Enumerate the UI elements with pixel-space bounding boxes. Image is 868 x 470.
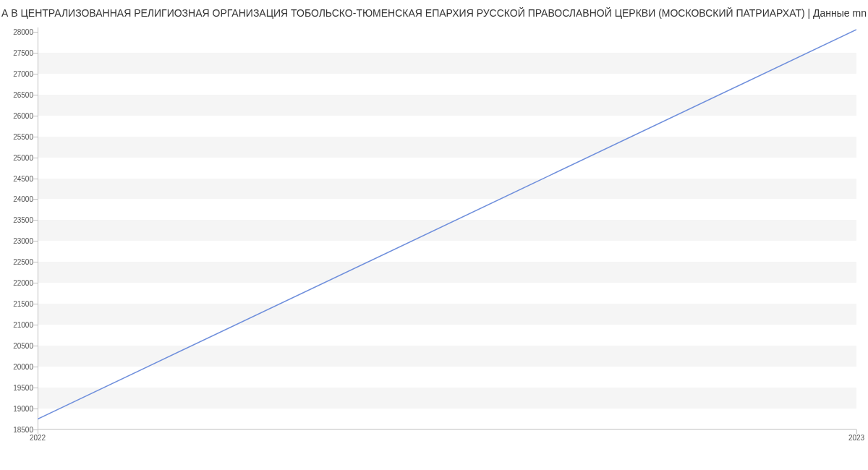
y-tick-label: 23500 (13, 216, 33, 224)
y-tick-label: 18500 (13, 426, 33, 434)
y-tick-label: 27500 (13, 48, 33, 56)
chart-plot-area (38, 27, 856, 430)
y-tick-label: 19000 (13, 405, 33, 413)
y-tick-label: 24500 (13, 174, 33, 182)
grid-band (38, 53, 856, 74)
grid-band (38, 304, 856, 325)
grid-band (38, 137, 856, 158)
y-axis-line (38, 27, 38, 430)
y-tick-label: 21500 (13, 300, 33, 308)
y-tick-label: 21000 (13, 321, 33, 329)
y-tick-label: 26000 (13, 111, 33, 119)
y-tick-label: 24000 (13, 195, 33, 203)
grid-band (38, 220, 856, 241)
y-tick-label: 19500 (13, 384, 33, 392)
x-tick-label: 2022 (30, 434, 46, 442)
grid-band (38, 262, 856, 283)
y-tick-label: 28000 (13, 27, 33, 35)
y-tick-label: 22500 (13, 258, 33, 266)
y-tick-label: 20000 (13, 363, 33, 371)
y-tick-label: 22000 (13, 279, 33, 287)
grid-band (38, 179, 856, 200)
chart-title: А В ЦЕНТРАЛИЗОВАННАЯ РЕЛИГИОЗНАЯ ОРГАНИЗ… (0, 7, 868, 19)
grid-band (38, 346, 856, 367)
grid-band (38, 95, 856, 116)
y-tick-label: 23000 (13, 237, 33, 245)
y-tick-label: 20500 (13, 342, 33, 350)
y-tick-label: 27000 (13, 69, 33, 77)
x-axis-line (38, 429, 856, 430)
x-tick-label: 2023 (848, 434, 864, 442)
y-tick-label: 26500 (13, 90, 33, 98)
y-tick-label: 25000 (13, 153, 33, 161)
y-tick-label: 25500 (13, 132, 33, 140)
grid-band (38, 388, 856, 409)
